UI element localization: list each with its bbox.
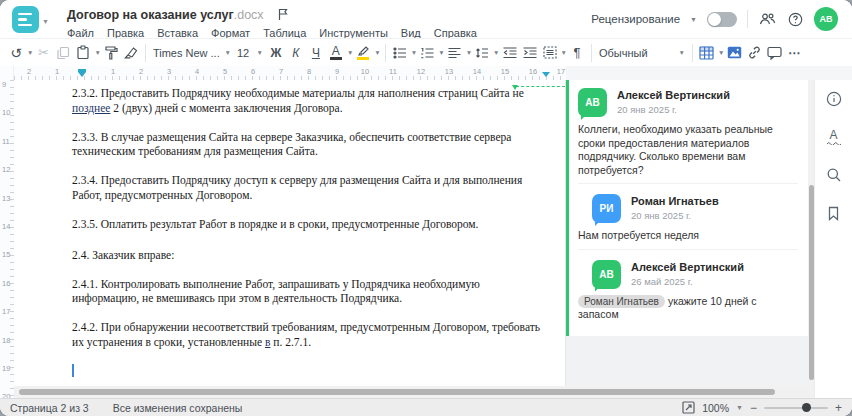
copy-button[interactable] [53, 42, 73, 64]
insert-comment-button[interactable] [764, 42, 784, 64]
comments-panel-empty-area [566, 336, 808, 387]
bookmark-icon[interactable] [825, 204, 843, 222]
decrease-indent-button[interactable] [500, 42, 520, 64]
fit-width-button[interactable] [682, 401, 695, 414]
vertical-scrollbar-thumb[interactable] [809, 185, 814, 380]
insert-link-button[interactable] [744, 42, 764, 64]
zoom-slider-knob[interactable] [802, 403, 811, 412]
comment-author: Алексей Вертинский [631, 261, 744, 273]
review-mode-label[interactable]: Рецензирование [591, 13, 680, 25]
collaboration-users-icon[interactable] [758, 10, 776, 28]
insert-image-button[interactable] [724, 42, 744, 64]
vertical-ruler: 91011121314151617181920 [0, 80, 14, 398]
ruler-number: 2 [15, 67, 43, 76]
paragraph[interactable]: 2.3.5. Оплатить результат Работ в порядк… [72, 217, 550, 232]
align-left-button[interactable] [445, 42, 465, 64]
zoom-out-button[interactable]: − [750, 401, 757, 415]
ruler-number: 1 [43, 67, 71, 76]
vertical-scrollbar[interactable] [808, 80, 814, 398]
paragraph[interactable]: 2.4. Заказчик вправе: [72, 248, 550, 263]
underline-button[interactable]: Ч [306, 42, 326, 64]
status-bar: Страница 2 из 3 Все изменения сохранены … [0, 398, 852, 416]
comment-text: Коллеги, необходимо указать реальные сро… [578, 123, 798, 177]
clear-style-button[interactable] [121, 42, 141, 64]
cut-button[interactable]: ✂ [33, 42, 53, 64]
ruler-number: 13 [0, 194, 10, 222]
search-icon[interactable] [825, 166, 843, 184]
help-icon[interactable] [786, 10, 804, 28]
more-tools-button[interactable]: ⋯ [784, 42, 804, 64]
flag-icon[interactable] [274, 5, 292, 23]
ruler-number: 7 [267, 67, 295, 76]
info-icon[interactable] [825, 90, 843, 108]
zoom-slider[interactable] [764, 407, 828, 409]
format-painter-button[interactable] [101, 42, 121, 64]
app-window: ▼ Договор на оказание услуг.docx ФайлПра… [0, 0, 852, 416]
ruler-number: 5 [211, 67, 239, 76]
ruler-number: 16 [0, 279, 10, 307]
font-family-select[interactable]: Times New ...▼ [150, 43, 234, 63]
header: ▼ Договор на оказание услуг.docx ФайлПра… [0, 0, 852, 38]
tracked-insertion: позднее [72, 102, 110, 114]
comment-item[interactable]: АВ Алексей Вертинский 20 янв 2025 г. Кол… [578, 88, 798, 177]
highlight-color-button[interactable] [353, 42, 373, 64]
paragraph[interactable]: 2.4.1. Контролировать выполнение Работ, … [72, 277, 550, 306]
increase-indent-button[interactable] [520, 42, 540, 64]
toolbar: ↺ ▼ ✂ ▼ Times New ...▼ 12▼ Ж К Ч А ▼ ▼ [0, 38, 852, 66]
font-color-button[interactable]: А [326, 42, 346, 64]
paragraph-style-select[interactable]: Обычный▼ [596, 43, 688, 63]
zoom-caret-icon[interactable]: ▼ [736, 404, 743, 411]
comment-date: 20 янв 2025 г. [617, 104, 730, 115]
document-page[interactable]: 2.3.2. Предоставить Подрядчику необходим… [14, 80, 566, 386]
horizontal-scrollbar-thumb[interactable] [19, 389, 775, 395]
spellcheck-icon[interactable]: А [825, 128, 843, 146]
highlight-caret-icon[interactable]: ▼ [374, 49, 380, 56]
review-caret-icon[interactable]: ▼ [690, 16, 697, 23]
comment-thread[interactable]: АВ Алексей Вертинский 20 янв 2025 г. Кол… [566, 80, 808, 336]
italic-button[interactable]: К [286, 42, 306, 64]
line-spacing-button[interactable] [472, 42, 492, 64]
user-avatar[interactable]: АВ [814, 7, 838, 31]
undo-button[interactable]: ↺ [6, 42, 26, 64]
comment-item[interactable]: РИ Роман Игнатьев 20 янв 2025 г. Нам пот… [578, 183, 798, 243]
ruler-number: 15 [491, 67, 519, 76]
comment-avatar: АВ [592, 260, 621, 289]
page-indicator[interactable]: Страница 2 из 3 [10, 402, 89, 414]
zoom-in-button[interactable]: + [835, 401, 842, 415]
comment-text: Нам потребуется неделя [578, 229, 798, 243]
ruler-number: 20 [0, 392, 10, 398]
mention-chip[interactable]: Роман Игнатьев [578, 295, 665, 308]
ruler-number: 11 [0, 137, 10, 165]
indent-marker-right[interactable] [542, 72, 550, 77]
app-logo-icon[interactable] [12, 6, 39, 33]
logo-caret-icon[interactable]: ▼ [42, 18, 49, 25]
document-title: Договор на оказание услуг.docx [67, 5, 264, 23]
ruler-number: 2 [127, 67, 155, 76]
bullet-list-button[interactable] [390, 42, 410, 64]
comment-avatar: РИ [592, 194, 621, 223]
numbered-list-button[interactable] [417, 42, 437, 64]
insert-table-button[interactable] [697, 42, 717, 64]
paragraph[interactable]: 2.3.4. Предоставить Подрядчику доступ к … [72, 173, 550, 202]
bold-button[interactable]: Ж [266, 42, 286, 64]
paragraph[interactable]: 2.3.3. В случае размещения Сайта на серв… [72, 130, 550, 159]
font-size-select[interactable]: 12▼ [234, 43, 266, 63]
comments-panel: АВ Алексей Вертинский 20 янв 2025 г. Кол… [566, 80, 808, 386]
ruler-number: 1 [99, 67, 127, 76]
paragraph[interactable]: 2.3.2. Предоставить Подрядчику необходим… [72, 86, 550, 115]
text-cursor [72, 364, 74, 377]
horizontal-scrollbar[interactable] [14, 386, 808, 398]
comment-item[interactable]: АВ Алексей Вертинский 26 май 2025 г. Ром… [578, 249, 798, 322]
paste-button[interactable] [73, 42, 93, 64]
ruler-number: 9 [323, 67, 351, 76]
comment-date: 26 май 2025 г. [631, 276, 744, 287]
ruler-number: 6 [239, 67, 267, 76]
zoom-value[interactable]: 100% [702, 402, 729, 414]
paragraph[interactable]: 2.4.2. При обнаружении несоответствий тр… [72, 320, 550, 349]
paragraph-borders-button[interactable] [540, 42, 560, 64]
nonprinting-chars-button[interactable]: ¶ [567, 42, 587, 64]
save-status: Все изменения сохранены [113, 402, 243, 414]
comment-avatar: АВ [578, 88, 607, 117]
review-toggle[interactable] [707, 12, 737, 27]
ruler-number: 17 [0, 307, 10, 335]
